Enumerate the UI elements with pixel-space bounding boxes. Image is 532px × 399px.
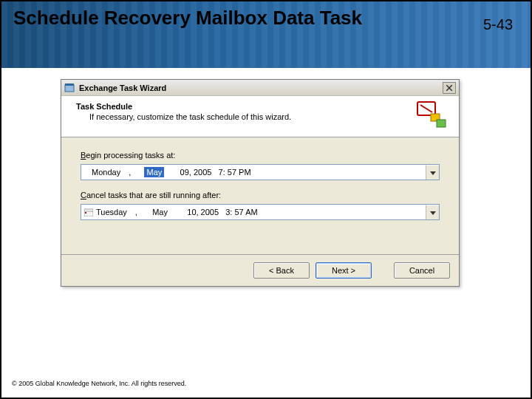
- svg-rect-0: [65, 85, 74, 92]
- begin-month[interactable]: May: [144, 167, 164, 177]
- window-title: Exchange Task Wizard: [79, 83, 166, 92]
- begin-rest[interactable]: 09, 2005 7: 57 PM: [166, 168, 253, 177]
- chevron-down-icon: [430, 170, 436, 176]
- back-button[interactable]: < Back: [253, 262, 310, 279]
- begin-day[interactable]: Monday: [81, 168, 123, 177]
- close-button[interactable]: [443, 82, 456, 94]
- slide-number: 5-43: [483, 16, 513, 33]
- cancel-datetime-field[interactable]: Tuesday , May 10, 2005 3: 57 AM: [81, 204, 440, 220]
- begin-datetime-field[interactable]: Monday , May 09, 2005 7: 57 PM: [81, 164, 440, 180]
- cancel-label: Cancel tasks that are still running afte…: [81, 191, 440, 200]
- slide-title: Schedule Recovery Mailbox Data Task: [13, 7, 519, 30]
- wizard-subheading: If necessary, customize the task schedul…: [76, 112, 449, 121]
- cancel-button[interactable]: Cancel: [394, 262, 450, 279]
- svg-marker-8: [430, 171, 436, 175]
- calendar-icon: [81, 208, 93, 216]
- chevron-down-icon: [430, 210, 436, 216]
- close-icon: [446, 85, 452, 91]
- begin-dropdown-button[interactable]: [426, 165, 439, 180]
- titlebar: Exchange Task Wizard: [61, 80, 459, 96]
- next-button[interactable]: Next >: [316, 262, 372, 279]
- copyright: © 2005 Global Knowledge Network, Inc. Al…: [12, 380, 186, 387]
- svg-rect-13: [85, 212, 86, 214]
- svg-rect-1: [65, 83, 74, 86]
- cancel-dropdown-button[interactable]: [426, 205, 439, 219]
- wizard-dialog: Exchange Task Wizard Task Schedule If ne…: [61, 79, 460, 287]
- app-icon: [64, 83, 75, 93]
- begin-label: Begin processing tasks at:: [81, 151, 440, 160]
- svg-marker-14: [430, 211, 436, 215]
- wizard-footer: < Back Next > Cancel: [61, 254, 459, 286]
- wizard-graphic-icon: [416, 100, 451, 133]
- cancel-rest[interactable]: 10, 2005 3: 57 AM: [171, 208, 261, 216]
- svg-rect-7: [437, 120, 446, 127]
- wizard-body: Begin processing tasks at: Monday , May …: [61, 137, 459, 254]
- wizard-heading: Task Schedule: [76, 102, 449, 111]
- wizard-header-panel: Task Schedule If necessary, customize th…: [61, 96, 459, 137]
- cancel-day[interactable]: Tuesday: [93, 208, 130, 216]
- slide-header: Schedule Recovery Mailbox Data Task 5-43: [1, 1, 531, 68]
- cancel-month[interactable]: May: [149, 208, 171, 216]
